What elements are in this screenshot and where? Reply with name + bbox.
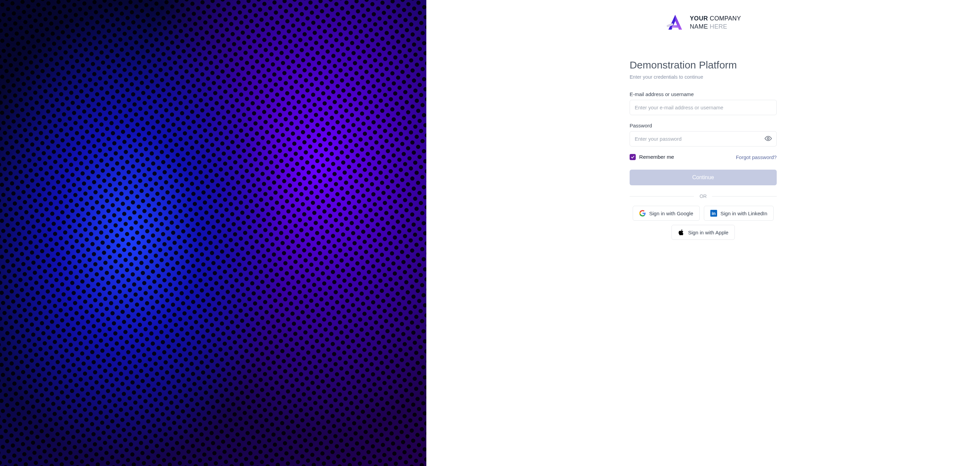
sign-in-google-button[interactable]: Sign in with Google — [633, 206, 700, 221]
google-icon — [639, 210, 646, 217]
forgot-password-link[interactable]: Forgot password? — [736, 154, 777, 160]
remember-row: Remember me Forgot password? — [630, 154, 777, 160]
company-logo-icon — [665, 13, 685, 33]
divider-line-right — [712, 196, 777, 196]
linkedin-button-label: Sign in with LinkedIn — [721, 211, 767, 216]
apple-button-label: Sign in with Apple — [688, 230, 729, 235]
email-label: E-mail address or username — [630, 91, 777, 97]
password-group: Password — [630, 123, 777, 147]
logo-line1-rest: COMPANY — [708, 15, 741, 22]
divider-line-left — [630, 196, 694, 196]
page-subtitle: Enter your credentials to continue — [630, 74, 777, 80]
sign-in-linkedin-button[interactable]: in Sign in with LinkedIn — [704, 206, 774, 221]
hero-texture — [0, 0, 426, 466]
sign-in-apple-button[interactable]: Sign in with Apple — [671, 225, 735, 240]
logo-line2-here: HERE — [710, 23, 727, 30]
divider-or-text: OR — [694, 193, 712, 199]
remember-me-label: Remember me — [639, 154, 674, 160]
auth-panel: YOUR COMPANY NAME HERE Demonstration Pla… — [426, 0, 980, 466]
page-title: Demonstration Platform — [630, 59, 777, 71]
continue-button[interactable]: Continue — [630, 170, 777, 185]
company-logo-text: YOUR COMPANY NAME HERE — [690, 14, 741, 31]
linkedin-icon: in — [710, 210, 717, 217]
checkbox-box — [630, 154, 636, 160]
login-form: Demonstration Platform Enter your creden… — [630, 59, 777, 240]
eye-icon — [764, 134, 772, 142]
apple-icon — [678, 229, 685, 236]
password-label: Password — [630, 123, 777, 128]
toggle-password-visibility-button[interactable] — [763, 133, 773, 144]
email-input[interactable] — [630, 100, 777, 115]
password-input[interactable] — [630, 131, 777, 147]
hero-image-panel — [0, 0, 426, 466]
logo-line1-bold: YOUR — [690, 15, 708, 22]
check-icon — [631, 155, 635, 159]
divider-row: OR — [630, 193, 777, 199]
social-login-row: Sign in with Google in Sign in with Link… — [630, 206, 777, 240]
email-group: E-mail address or username — [630, 91, 777, 115]
google-button-label: Sign in with Google — [649, 211, 693, 216]
svg-point-1 — [767, 137, 769, 139]
company-logo-block: YOUR COMPANY NAME HERE — [665, 13, 741, 33]
remember-me-checkbox[interactable]: Remember me — [630, 154, 674, 160]
logo-line2-name: NAME — [690, 23, 710, 30]
